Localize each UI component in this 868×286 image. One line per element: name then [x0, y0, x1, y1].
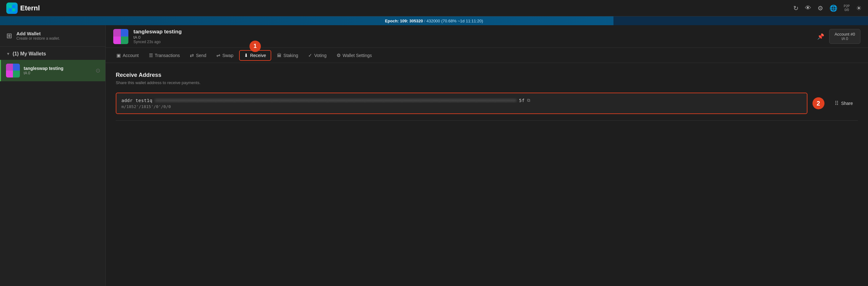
epoch-bar: Epoch: 109: 305320 / 432000 (70.68% ~1d …	[0, 16, 868, 25]
theme-toggle[interactable]: ☀	[856, 4, 862, 12]
wallet-list-item[interactable]: tangleswap testing tA 0 ⊙	[0, 60, 105, 81]
address-derivation: m/1852'/1815'/0'/0/0	[121, 104, 802, 109]
tab-swap[interactable]: ⇌ Swap	[212, 51, 238, 60]
content-area: tangleswap testing tA 0 Synced 23s ago 📌…	[106, 25, 868, 286]
tab-wallet-settings-label: Wallet Settings	[343, 53, 372, 58]
wallet-balance: tA 0	[24, 71, 63, 75]
tab-voting-label: Voting	[314, 53, 327, 58]
top-bar-right: ↻ 👁 ⚙ 🌐 P2P 0/0 ☀	[793, 4, 862, 12]
nav-tabs: ▣ Account ☰ Transactions ⇄ Send ⇌ Swap 1…	[106, 48, 868, 63]
eye-icon[interactable]: 👁	[805, 4, 811, 12]
globe-icon[interactable]: 🌐	[830, 4, 837, 12]
logo: Eternl	[6, 2, 40, 14]
swap-icon: ⇌	[216, 52, 220, 58]
wallet-header-name: tangleswap testing	[133, 29, 812, 35]
address-middle: ••••••••••••••••••••••••••••••••••••••••…	[155, 98, 516, 103]
address-box[interactable]: addr_test1q ••••••••••••••••••••••••••••…	[116, 93, 807, 114]
refresh-icon[interactable]: ↻	[793, 4, 799, 12]
tab-staking-label: Staking	[284, 53, 299, 58]
my-wallets-label: (1) My Wallets	[12, 51, 46, 57]
pin-icon[interactable]: 📌	[817, 33, 824, 40]
main-content: Receive Address Share this wallet addres…	[106, 63, 868, 286]
send-icon: ⇄	[190, 52, 194, 58]
account-label: Account #0	[835, 32, 855, 37]
tab-swap-label: Swap	[222, 53, 234, 58]
account-balance: tA 0	[835, 37, 855, 41]
share-label: Share	[841, 101, 853, 106]
share-button[interactable]: ⠿ Share	[830, 97, 858, 109]
wallet-header-info: tangleswap testing tA 0 Synced 23s ago	[133, 29, 812, 44]
account-icon: ▣	[116, 52, 121, 58]
receive-title: Receive Address	[116, 72, 858, 78]
address-suffix: 5f	[519, 98, 525, 103]
annotation-badge-2: 2	[812, 97, 825, 109]
tab-receive[interactable]: 1 ⬇ Receive	[239, 50, 271, 61]
tab-account-label: Account	[123, 53, 139, 58]
svg-rect-2	[9, 8, 12, 11]
address-prefix: addr_test1q	[121, 98, 152, 103]
divider	[116, 120, 858, 121]
wallet-header-avatar	[113, 29, 128, 44]
add-wallet-icon: ⊞	[6, 32, 12, 40]
logo-icon	[6, 2, 18, 14]
account-badge[interactable]: Account #0 tA 0	[829, 29, 861, 44]
annotation-badge-1: 1	[249, 41, 261, 52]
address-line1: addr_test1q ••••••••••••••••••••••••••••…	[121, 98, 802, 103]
wallet-sync-status: Synced 23s ago	[133, 40, 812, 44]
wallet-header-right: 📌 Account #0 tA 0	[817, 29, 861, 44]
svg-rect-3	[12, 8, 15, 11]
top-bar: Eternl ↻ 👁 ⚙ 🌐 P2P 0/0 ☀	[0, 0, 868, 16]
address-row: addr_test1q ••••••••••••••••••••••••••••…	[116, 93, 858, 114]
tab-account[interactable]: ▣ Account	[112, 51, 143, 60]
copy-icon[interactable]: ⧉	[527, 98, 530, 103]
tab-send-label: Send	[196, 53, 206, 58]
epoch-progress-fill	[0, 16, 614, 25]
wallet-sync-icon: ⊙	[96, 67, 100, 74]
app-name: Eternl	[20, 4, 40, 12]
share-icon: ⠿	[835, 100, 839, 107]
my-wallets-header[interactable]: ▼ (1) My Wallets	[0, 47, 105, 60]
voting-icon: ✓	[308, 52, 312, 58]
sidebar: ⊞ Add Wallet Create or restore a wallet.…	[0, 25, 106, 286]
receive-subtitle: Share this wallet address to receive pay…	[116, 80, 858, 85]
add-wallet-label: Add Wallet	[17, 31, 60, 36]
tab-receive-label: Receive	[250, 53, 266, 58]
add-wallet-sublabel: Create or restore a wallet.	[17, 36, 60, 41]
wallet-settings-icon: ⚙	[337, 52, 341, 58]
tab-voting[interactable]: ✓ Voting	[304, 51, 331, 60]
add-wallet-text: Add Wallet Create or restore a wallet.	[17, 31, 60, 41]
add-wallet-button[interactable]: ⊞ Add Wallet Create or restore a wallet.	[0, 25, 105, 47]
wallet-header-balance: tA 0	[133, 35, 812, 40]
transactions-icon: ☰	[149, 52, 153, 58]
wallet-info: tangleswap testing tA 0	[24, 66, 63, 75]
wallet-avatar	[6, 64, 20, 77]
wallet-name: tangleswap testing	[24, 66, 63, 71]
staking-icon: 🏛	[277, 52, 282, 58]
tab-staking[interactable]: 🏛 Staking	[273, 51, 303, 60]
tab-send[interactable]: ⇄ Send	[185, 51, 211, 60]
tab-transactions[interactable]: ☰ Transactions	[145, 51, 185, 60]
tab-transactions-label: Transactions	[155, 53, 180, 58]
wallet-header: tangleswap testing tA 0 Synced 23s ago 📌…	[106, 25, 868, 48]
tab-wallet-settings[interactable]: ⚙ Wallet Settings	[332, 51, 376, 60]
chevron-down-icon: ▼	[6, 52, 10, 56]
receive-icon: ⬇	[244, 52, 248, 58]
svg-rect-1	[12, 5, 15, 8]
svg-rect-0	[9, 5, 12, 8]
gear-icon[interactable]: ⚙	[817, 4, 823, 12]
p2p-badge: P2P 0/0	[844, 4, 850, 12]
main-layout: ⊞ Add Wallet Create or restore a wallet.…	[0, 25, 868, 286]
epoch-text: Epoch: 109: 305320 / 432000 (70.68% ~1d …	[385, 19, 483, 23]
